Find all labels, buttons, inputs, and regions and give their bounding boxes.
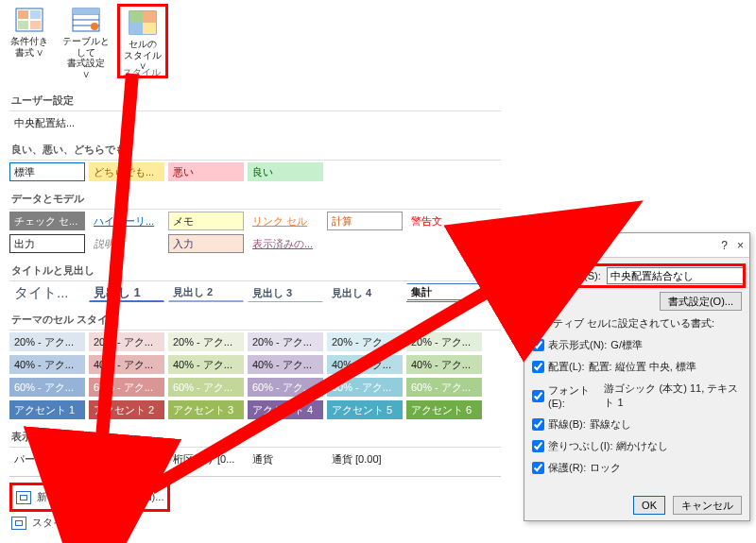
style-name-input[interactable] [607, 267, 745, 284]
check-fill-label: 塗りつぶし(I): [548, 439, 612, 453]
format-settings-button[interactable]: 書式設定(O)... [660, 292, 742, 311]
section-titles: タイトルと見出し [9, 261, 501, 281]
check-number-label: 表示形式(N): [548, 338, 607, 352]
style-user-0[interactable]: 中央配置結... [9, 113, 85, 132]
check-font-label: フォント(E): [548, 383, 600, 409]
conditional-format-icon [13, 6, 45, 34]
style-h1[interactable]: 見出し 1 [89, 283, 164, 302]
style-a6-40[interactable]: 40% - アク... [406, 355, 482, 374]
cell-styles-gallery: ユーザー設定 中央配置結... 良い、悪い、どちらでも 標準 どちらでも... … [9, 85, 501, 534]
style-a4-40[interactable]: 40% - アク... [248, 355, 323, 374]
style-accent2[interactable]: アクセント 2 [89, 400, 164, 419]
check-font-value: 游ゴシック (本文) 11, テキスト 1 [604, 382, 742, 410]
check-alignment-box[interactable] [532, 361, 544, 373]
merge-styles-button[interactable]: スタイルの結合(M)... [9, 512, 501, 534]
style-warning[interactable]: 警告文 [406, 212, 482, 230]
style-accent5[interactable]: アクセント 5 [327, 400, 403, 419]
style-a4-20[interactable]: 20% - アク... [248, 332, 323, 351]
style-bad[interactable]: 悪い [168, 162, 244, 181]
check-fill-value: 網かけなし [616, 439, 668, 453]
style-accent1[interactable]: アクセント 1 [9, 400, 85, 419]
svg-rect-14 [129, 23, 143, 34]
dialog-close-button[interactable]: × [737, 239, 744, 252]
style-good[interactable]: 良い [248, 162, 323, 181]
style-a3-20[interactable]: 20% - アク... [168, 332, 244, 351]
theme-row-60: 60% - アク... 60% - アク... 60% - アク... 60% … [9, 376, 501, 399]
style-a2-40[interactable]: 40% - アク... [89, 355, 164, 374]
check-number-box[interactable] [532, 339, 544, 351]
dialog-help-button[interactable]: ? [721, 239, 728, 252]
dialog-titlebar: スタイル ? × [524, 233, 749, 258]
style-accent6[interactable]: アクセント 6 [406, 400, 482, 419]
style-title[interactable]: タイト... [9, 283, 85, 302]
style-a1-40[interactable]: 40% - アク... [9, 355, 85, 374]
check-fill-box[interactable] [532, 440, 544, 452]
new-cell-style-label: 新しいセルのスタイル(N)... [37, 490, 163, 504]
check-protection-box[interactable] [532, 462, 544, 474]
style-comma[interactable]: 桁区切り [89, 450, 164, 468]
format-as-table-label: テーブルとして 書式設定 ∨ [62, 36, 110, 79]
style-a5-60[interactable]: 60% - アク... [327, 378, 403, 397]
style-a3-40[interactable]: 40% - アク... [168, 355, 244, 374]
style-h2[interactable]: 見出し 2 [168, 283, 244, 302]
style-output[interactable]: 出力 [9, 234, 85, 253]
section-data-model: データとモデル [9, 189, 501, 210]
check-alignment-value: 配置: 縦位置 中央, 標準 [589, 360, 696, 374]
theme-row-40: 40% - アク... 40% - アク... 40% - アク... 40% … [9, 353, 501, 376]
svg-point-10 [91, 23, 98, 30]
format-as-table-button[interactable]: テーブルとして 書式設定 ∨ [60, 4, 112, 83]
style-a2-20[interactable]: 20% - アク... [89, 332, 164, 351]
style-percent[interactable]: パーセント [9, 450, 85, 468]
theme-row-20: 20% - アク... 20% - アク... 20% - アク... 20% … [9, 331, 501, 353]
style-a6-20[interactable]: 20% - アク... [406, 332, 482, 351]
style-a5-40[interactable]: 40% - アク... [327, 355, 403, 374]
style-a4-60[interactable]: 60% - アク... [248, 378, 323, 397]
style-followed[interactable]: 表示済みの... [248, 234, 323, 253]
cancel-button[interactable]: キャンセル [673, 496, 742, 515]
style-hyperlink[interactable]: ハイパーリ... [89, 212, 164, 230]
style-neutral[interactable]: どちらでも... [89, 162, 164, 181]
style-a1-20[interactable]: 20% - アク... [9, 332, 85, 351]
style-currency[interactable]: 通貨 [248, 450, 323, 468]
section-gbn: 良い、悪い、どちらでも [9, 140, 501, 161]
check-protection: 保護(R): ロック [532, 461, 742, 475]
style-h3[interactable]: 見出し 3 [248, 283, 323, 302]
dialog-title-text: スタイル [530, 237, 576, 253]
style-a5-20[interactable]: 20% - アク... [327, 332, 403, 351]
style-linkcell[interactable]: リンク セル [248, 212, 323, 230]
style-memo[interactable]: メモ [168, 212, 244, 230]
check-number: 表示形式(N): G/標準 [532, 338, 742, 352]
style-a1-60[interactable]: 60% - アク... [9, 378, 85, 397]
style-input[interactable]: 入力 [168, 234, 244, 253]
conditional-format-button[interactable]: 条件付き 書式 ∨ [4, 4, 55, 61]
ok-button[interactable]: OK [633, 496, 665, 515]
check-font-box[interactable] [532, 390, 544, 402]
style-comma0[interactable]: 桁区切り [0... [168, 450, 244, 468]
section-user: ユーザー設定 [9, 91, 501, 111]
style-a2-60[interactable]: 60% - アク... [89, 378, 164, 397]
style-normal[interactable]: 標準 [9, 162, 85, 181]
check-number-value: G/標準 [610, 338, 643, 352]
check-border-box[interactable] [532, 418, 544, 431]
merge-styles-label: スタイルの結合(M)... [32, 516, 129, 530]
new-cell-style-button[interactable]: 新しいセルのスタイル(N)... [14, 486, 165, 508]
style-total[interactable]: 集計 [406, 283, 482, 302]
style-accent4[interactable]: アクセント 4 [248, 400, 323, 419]
section-theme: テーマのセル スタイル [9, 310, 501, 331]
svg-rect-9 [73, 8, 99, 14]
style-currency0[interactable]: 通貨 [0.00] [327, 450, 403, 468]
style-explain[interactable]: 説明文 [89, 234, 164, 253]
section-format: 表示形式 [9, 427, 501, 448]
style-calc[interactable]: 計算 [327, 212, 403, 230]
theme-row-accent: アクセント 1 アクセント 2 アクセント 3 アクセント 4 アクセント 5 … [9, 399, 501, 421]
style-check[interactable]: チェック セ... [9, 212, 85, 230]
check-fill: 塗りつぶし(I): 網かけなし [532, 439, 742, 453]
check-alignment: 配置(L): 配置: 縦位置 中央, 標準 [532, 360, 742, 374]
style-h4[interactable]: 見出し 4 [327, 283, 403, 302]
style-name-label: スタイル名(S): [532, 269, 601, 283]
style-a3-60[interactable]: 60% - アク... [168, 378, 244, 397]
check-border-value: 罫線なし [590, 417, 631, 432]
style-a6-60[interactable]: 60% - アク... [406, 378, 482, 397]
style-accent3[interactable]: アクセント 3 [168, 400, 244, 419]
format-as-table-icon [70, 6, 102, 34]
